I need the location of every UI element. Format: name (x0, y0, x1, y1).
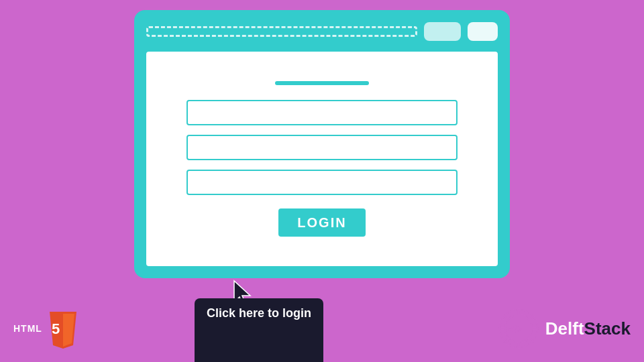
svg-text:</>: </> (508, 324, 522, 335)
delftstack-logo-icon: </> (498, 308, 539, 349)
svg-line-16 (527, 312, 528, 317)
browser-button-1 (424, 22, 461, 41)
form-title-decoration (275, 81, 369, 85)
browser-window: LOGIN (134, 10, 510, 278)
login-button[interactable]: LOGIN (278, 208, 366, 237)
svg-line-14 (509, 312, 511, 317)
svg-text:5: 5 (52, 320, 60, 337)
delft-text: Delft (545, 318, 584, 339)
tooltip: Click here to login (195, 298, 323, 362)
stack-text: Stack (584, 318, 631, 339)
delftstack-text: DelftStack (545, 318, 631, 339)
delftstack-badge: </> DelftStack (498, 308, 631, 349)
input-field-1[interactable] (186, 100, 458, 125)
input-field-2[interactable] (186, 135, 458, 160)
html5-badge: HTML 5 (13, 308, 80, 349)
login-form: LOGIN (186, 81, 458, 237)
html5-shield-icon: 5 (46, 308, 80, 349)
browser-content: LOGIN (146, 52, 498, 266)
svg-line-15 (527, 340, 528, 345)
address-bar (146, 26, 417, 37)
svg-line-17 (509, 340, 511, 345)
input-field-3[interactable] (186, 170, 458, 195)
browser-bar (146, 22, 498, 41)
html-label: HTML (13, 324, 42, 333)
browser-button-2 (468, 22, 498, 41)
